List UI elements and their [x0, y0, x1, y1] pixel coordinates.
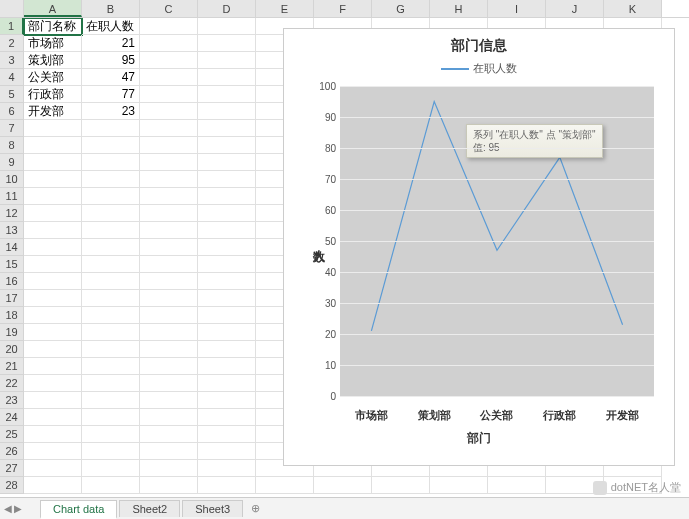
cell-D28[interactable] — [198, 477, 256, 494]
row-header-10[interactable]: 10 — [0, 171, 24, 188]
row-header-15[interactable]: 15 — [0, 256, 24, 273]
cell-A11[interactable] — [24, 188, 82, 205]
col-header-D[interactable]: D — [198, 0, 256, 17]
cell-D9[interactable] — [198, 154, 256, 171]
cell-A16[interactable] — [24, 273, 82, 290]
cell-I28[interactable] — [488, 477, 546, 494]
tab-next-icon[interactable]: ▶ — [14, 503, 22, 514]
row-header-4[interactable]: 4 — [0, 69, 24, 86]
cell-A14[interactable] — [24, 239, 82, 256]
cell-D6[interactable] — [198, 103, 256, 120]
cell-C8[interactable] — [140, 137, 198, 154]
cell-C19[interactable] — [140, 324, 198, 341]
cell-A3[interactable]: 策划部 — [24, 52, 82, 69]
cell-D22[interactable] — [198, 375, 256, 392]
cell-F28[interactable] — [314, 477, 372, 494]
sheet-tab-0[interactable]: Chart data — [40, 500, 117, 519]
cell-D2[interactable] — [198, 35, 256, 52]
cell-C4[interactable] — [140, 69, 198, 86]
cell-C22[interactable] — [140, 375, 198, 392]
sheet-tab-1[interactable]: Sheet2 — [119, 500, 180, 517]
cell-A8[interactable] — [24, 137, 82, 154]
cell-B26[interactable] — [82, 443, 140, 460]
cell-D27[interactable] — [198, 460, 256, 477]
row-header-25[interactable]: 25 — [0, 426, 24, 443]
cell-E28[interactable] — [256, 477, 314, 494]
row-header-22[interactable]: 22 — [0, 375, 24, 392]
cell-A6[interactable]: 开发部 — [24, 103, 82, 120]
cell-C2[interactable] — [140, 35, 198, 52]
cell-B8[interactable] — [82, 137, 140, 154]
cell-B11[interactable] — [82, 188, 140, 205]
cell-B6[interactable]: 23 — [82, 103, 140, 120]
cell-A1[interactable]: 部门名称 — [24, 18, 82, 35]
cell-B22[interactable] — [82, 375, 140, 392]
cell-B19[interactable] — [82, 324, 140, 341]
cell-B7[interactable] — [82, 120, 140, 137]
cell-B2[interactable]: 21 — [82, 35, 140, 52]
cell-B14[interactable] — [82, 239, 140, 256]
cell-A20[interactable] — [24, 341, 82, 358]
cell-A23[interactable] — [24, 392, 82, 409]
row-header-28[interactable]: 28 — [0, 477, 24, 494]
cell-B5[interactable]: 77 — [82, 86, 140, 103]
col-header-I[interactable]: I — [488, 0, 546, 17]
col-header-B[interactable]: B — [82, 0, 140, 17]
row-header-2[interactable]: 2 — [0, 35, 24, 52]
cell-C20[interactable] — [140, 341, 198, 358]
row-header-3[interactable]: 3 — [0, 52, 24, 69]
row-header-12[interactable]: 12 — [0, 205, 24, 222]
cell-C14[interactable] — [140, 239, 198, 256]
cell-C10[interactable] — [140, 171, 198, 188]
cell-B23[interactable] — [82, 392, 140, 409]
cell-D1[interactable] — [198, 18, 256, 35]
cell-D17[interactable] — [198, 290, 256, 307]
cell-B9[interactable] — [82, 154, 140, 171]
cell-C11[interactable] — [140, 188, 198, 205]
cell-B25[interactable] — [82, 426, 140, 443]
select-all-corner[interactable] — [0, 0, 24, 18]
row-header-23[interactable]: 23 — [0, 392, 24, 409]
cell-B27[interactable] — [82, 460, 140, 477]
cell-C26[interactable] — [140, 443, 198, 460]
cell-A21[interactable] — [24, 358, 82, 375]
row-header-11[interactable]: 11 — [0, 188, 24, 205]
cell-A12[interactable] — [24, 205, 82, 222]
cell-B18[interactable] — [82, 307, 140, 324]
cell-C25[interactable] — [140, 426, 198, 443]
cell-A2[interactable]: 市场部 — [24, 35, 82, 52]
cell-B3[interactable]: 95 — [82, 52, 140, 69]
cell-C7[interactable] — [140, 120, 198, 137]
cell-C21[interactable] — [140, 358, 198, 375]
cell-C16[interactable] — [140, 273, 198, 290]
cell-B20[interactable] — [82, 341, 140, 358]
col-header-G[interactable]: G — [372, 0, 430, 17]
cell-D7[interactable] — [198, 120, 256, 137]
row-header-7[interactable]: 7 — [0, 120, 24, 137]
col-header-A[interactable]: A — [24, 0, 82, 17]
cell-C3[interactable] — [140, 52, 198, 69]
cell-D20[interactable] — [198, 341, 256, 358]
col-header-H[interactable]: H — [430, 0, 488, 17]
cell-D25[interactable] — [198, 426, 256, 443]
row-header-1[interactable]: 1 — [0, 18, 24, 35]
cell-D4[interactable] — [198, 69, 256, 86]
row-header-17[interactable]: 17 — [0, 290, 24, 307]
cell-D3[interactable] — [198, 52, 256, 69]
cell-A19[interactable] — [24, 324, 82, 341]
cell-C24[interactable] — [140, 409, 198, 426]
cell-A9[interactable] — [24, 154, 82, 171]
row-header-18[interactable]: 18 — [0, 307, 24, 324]
sheet-tab-2[interactable]: Sheet3 — [182, 500, 243, 517]
cell-D18[interactable] — [198, 307, 256, 324]
cell-A5[interactable]: 行政部 — [24, 86, 82, 103]
row-header-21[interactable]: 21 — [0, 358, 24, 375]
cell-C17[interactable] — [140, 290, 198, 307]
row-header-27[interactable]: 27 — [0, 460, 24, 477]
col-header-J[interactable]: J — [546, 0, 604, 17]
col-header-F[interactable]: F — [314, 0, 372, 17]
chart-legend[interactable]: 在职人数 — [284, 61, 674, 76]
cell-C9[interactable] — [140, 154, 198, 171]
add-sheet-button[interactable]: ⊕ — [245, 502, 266, 515]
cell-D14[interactable] — [198, 239, 256, 256]
